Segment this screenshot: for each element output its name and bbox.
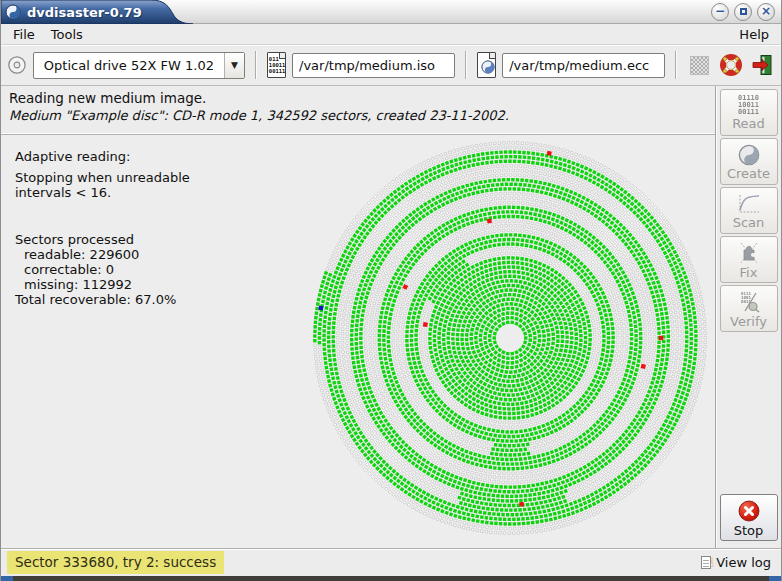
fix-icon bbox=[737, 241, 761, 265]
menu-file[interactable]: File bbox=[5, 26, 43, 43]
image-file-input[interactable] bbox=[292, 53, 455, 78]
ecc-file-icon bbox=[477, 52, 496, 78]
status-bar: Sector 333680, try 2: success ☝ View log bbox=[1, 548, 781, 576]
read-icon: 01110 10011 00111 bbox=[738, 95, 759, 116]
create-button[interactable]: Create bbox=[720, 138, 778, 185]
ecc-file-input[interactable] bbox=[502, 53, 665, 78]
toolbar-separator bbox=[465, 51, 467, 79]
reading-info-panel: Adaptive reading: Stopping when unreadab… bbox=[15, 149, 190, 307]
toolbar-separator bbox=[255, 51, 257, 79]
verify-icon: 011110010011 bbox=[737, 290, 761, 314]
view-log-label: View log bbox=[716, 555, 771, 570]
window-bottom-border bbox=[1, 576, 781, 581]
menu-help[interactable]: Help bbox=[731, 26, 777, 43]
minimize-button[interactable]: − bbox=[711, 3, 729, 21]
total-recoverable: Total recoverable: 67.0% bbox=[15, 292, 190, 307]
sector-status-message: Sector 333680, try 2: success bbox=[7, 551, 224, 574]
log-document-icon bbox=[701, 556, 711, 569]
sectors-missing: missing: 112992 bbox=[15, 277, 190, 292]
stop-button[interactable]: Stop bbox=[720, 494, 778, 541]
stopping-text-line1: Stopping when unreadable bbox=[15, 170, 190, 185]
main-content: Adaptive reading: Stopping when unreadab… bbox=[1, 135, 715, 548]
fix-button[interactable]: Fix bbox=[720, 236, 778, 283]
sectors-readable: readable: 229600 bbox=[15, 247, 190, 262]
medium-info: Medium "Example disc": CD-R mode 1, 3425… bbox=[9, 108, 707, 123]
status-heading-area: Reading new medium image. Medium "Exampl… bbox=[1, 86, 715, 135]
quit-button[interactable] bbox=[750, 51, 775, 79]
read-button[interactable]: 01110 10011 00111 Read bbox=[720, 89, 778, 136]
app-icon bbox=[5, 4, 21, 20]
create-icon bbox=[738, 144, 760, 166]
menu-bar: File Tools Help bbox=[1, 24, 781, 45]
preferences-icon bbox=[690, 56, 709, 75]
toolbar-separator bbox=[675, 51, 677, 79]
sectors-correctable: correctable: 0 bbox=[15, 262, 190, 277]
help-button[interactable] bbox=[718, 51, 743, 79]
action-sidebar: 01110 10011 00111 Read Create bbox=[715, 86, 781, 548]
view-log-button[interactable]: ☝ View log bbox=[701, 555, 775, 570]
adaptive-reading-heading: Adaptive reading: bbox=[15, 149, 190, 164]
exit-door-icon bbox=[750, 53, 774, 77]
app-window: dvdisaster-0.79 − × File Tools Help Opti… bbox=[0, 0, 782, 581]
sectors-processed-heading: Sectors processed bbox=[15, 232, 190, 247]
optical-drive-icon bbox=[7, 54, 27, 76]
toolbar: Optical drive 52X FW 1.02 ▼ 011 10011 00… bbox=[1, 45, 781, 86]
scan-button[interactable]: Scan bbox=[720, 187, 778, 234]
stopping-text-line2: intervals < 16. bbox=[15, 185, 190, 200]
lifesaver-icon bbox=[719, 53, 743, 77]
image-file-icon: 011 10011 00111 bbox=[267, 52, 286, 78]
disc-spiral-visualization bbox=[310, 138, 710, 538]
stop-icon bbox=[737, 499, 761, 523]
maximize-button[interactable] bbox=[734, 3, 752, 21]
title-bar: dvdisaster-0.79 − × bbox=[1, 0, 781, 24]
status-heading: Reading new medium image. bbox=[9, 90, 707, 106]
verify-button[interactable]: 011110010011 Verify bbox=[720, 285, 778, 332]
menu-tools[interactable]: Tools bbox=[43, 26, 91, 43]
chevron-down-icon[interactable]: ▼ bbox=[224, 53, 244, 78]
preferences-button[interactable] bbox=[687, 51, 712, 79]
drive-selector-value: Optical drive 52X FW 1.02 bbox=[34, 58, 224, 73]
window-title: dvdisaster-0.79 bbox=[27, 5, 142, 20]
scan-icon bbox=[737, 193, 761, 215]
close-button[interactable]: × bbox=[757, 3, 775, 21]
drive-selector[interactable]: Optical drive 52X FW 1.02 ▼ bbox=[33, 52, 245, 79]
